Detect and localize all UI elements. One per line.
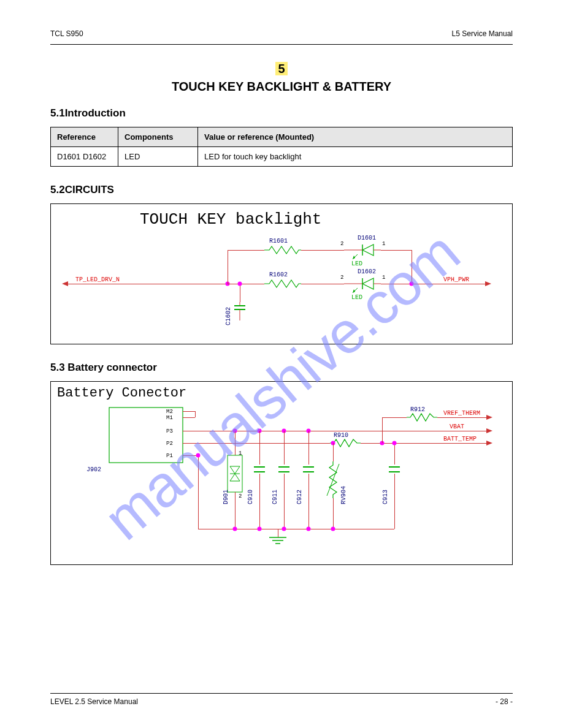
wire	[308, 431, 309, 464]
wire	[240, 284, 240, 302]
component-ref: C1602	[225, 307, 232, 325]
header-rule	[50, 44, 513, 45]
component-ref: J902	[86, 466, 101, 473]
table-cell: D1601 D1602	[51, 147, 118, 167]
wire	[183, 431, 486, 431]
svg-marker-18	[230, 466, 240, 474]
component-ref: R910	[334, 432, 348, 439]
capacitor-icon	[234, 302, 245, 320]
table-header: Components	[118, 127, 198, 147]
resistor-icon	[264, 245, 301, 255]
component-ref: D901	[223, 490, 229, 504]
resistor-icon	[264, 279, 301, 289]
led-icon	[344, 242, 381, 258]
table-cell: LED	[118, 147, 198, 167]
junction-node-icon	[307, 527, 311, 531]
section-circuits-heading: 5.2CIRCUITS	[50, 184, 513, 196]
wire	[198, 455, 199, 529]
wire	[381, 284, 485, 284]
component-ref: C913	[382, 490, 389, 504]
net-label: BATT_TEMP	[443, 436, 477, 442]
schematic-touch-key-backlight: TOUCH KEY backlight TP_LED_DRV_N R1601 D…	[50, 203, 513, 344]
wire	[183, 417, 195, 418]
led-label: LED	[351, 294, 362, 301]
page-title: TOUCH KEY BACKLIGHT & BATTERY	[50, 80, 513, 94]
wire	[437, 417, 486, 418]
schematic-battery-connector: Battery Conector J902 M2 M1 P3 P2 P1 VBA…	[50, 381, 513, 565]
section-battery-heading: 5.3 Battery connector	[50, 362, 513, 374]
wire	[381, 250, 412, 251]
component-ref: C910	[247, 490, 254, 504]
schematic-title: TOUCH KEY backlight	[140, 210, 321, 229]
wire	[284, 474, 285, 529]
ground-icon	[269, 537, 286, 547]
section-intro-heading: 5.1Introduction	[50, 107, 513, 119]
wire	[301, 250, 344, 251]
wire	[333, 498, 334, 529]
table-header: Value or reference (Mounted)	[198, 127, 513, 147]
header-left: TCL S950	[50, 29, 83, 38]
wire	[308, 474, 309, 529]
wire	[394, 474, 395, 529]
resistor-icon	[407, 412, 437, 422]
tvs-diode-icon	[228, 455, 242, 492]
wire	[183, 411, 195, 412]
svg-line-27	[327, 464, 339, 496]
component-ref: C912	[296, 490, 303, 504]
junction-node-icon	[238, 282, 242, 286]
net-label: VREF_THERM	[443, 410, 480, 417]
wire	[382, 417, 407, 418]
footer-rule	[50, 693, 513, 694]
component-ref: R912	[410, 406, 425, 413]
svg-marker-0	[362, 245, 373, 256]
net-label: TP_LED_DRV_N	[75, 276, 120, 283]
page-footer: LEVEL 2.5 Service Manual - 28 -	[50, 697, 513, 706]
junction-node-icon	[282, 527, 286, 531]
junction-node-icon	[393, 441, 397, 446]
net-arrow-right-icon	[486, 415, 492, 420]
wire	[68, 284, 228, 284]
table-row: D1601 D1602 LED LED for touch key backli…	[51, 147, 513, 167]
component-table: Reference Components Value or reference …	[50, 127, 513, 167]
wire	[183, 443, 330, 444]
wire	[284, 431, 285, 464]
svg-marker-10	[362, 278, 373, 289]
net-arrow-left-icon	[62, 281, 68, 286]
varistor-icon	[328, 461, 338, 498]
table-header: Reference	[51, 127, 118, 147]
wire	[235, 431, 236, 455]
junction-node-icon	[331, 527, 335, 531]
junction-node-icon	[258, 527, 262, 531]
svg-marker-15	[353, 289, 355, 293]
wire	[301, 284, 344, 284]
footer-left: LEVEL 2.5 Service Manual	[50, 697, 138, 706]
table-header-row: Reference Components Value or reference …	[51, 127, 513, 147]
led-label: LED	[351, 260, 362, 267]
wire	[394, 443, 395, 464]
component-ref: D1602	[358, 268, 376, 275]
page-header: TCL S950 L5 Service Manual	[50, 29, 513, 38]
footer-right: - 28 -	[496, 697, 513, 706]
net-label: VPH_PWR	[443, 276, 469, 283]
net-arrow-right-icon	[485, 281, 491, 286]
component-ref: R1602	[269, 271, 288, 278]
wire	[259, 431, 260, 464]
net-arrow-right-icon	[486, 428, 492, 433]
section-number: 5	[50, 62, 513, 76]
wire	[259, 474, 260, 529]
wire	[198, 529, 394, 529]
schematic-title: Battery Conector	[57, 385, 186, 401]
led-icon	[344, 276, 381, 292]
net-label: VBAT	[450, 423, 464, 430]
component-ref: R1601	[269, 238, 288, 245]
svg-marker-5	[353, 256, 355, 259]
component-ref: C911	[272, 490, 278, 504]
header-right: L5 Service Manual	[452, 29, 513, 38]
component-ref: D1601	[358, 235, 376, 241]
wire	[228, 250, 228, 284]
junction-node-icon	[196, 453, 201, 458]
component-ref: RV904	[340, 486, 347, 504]
wire	[228, 284, 264, 284]
wire	[278, 529, 278, 537]
svg-marker-20	[230, 474, 240, 481]
